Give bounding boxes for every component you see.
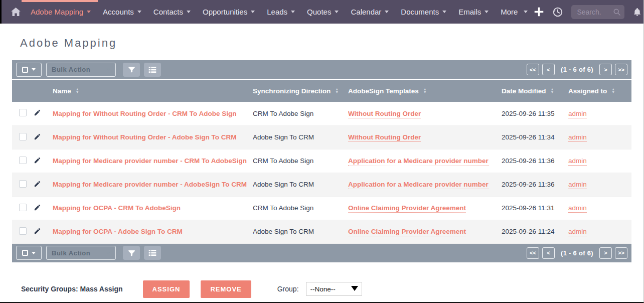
header-edit-spacer <box>34 80 53 102</box>
nav-item-quotes[interactable]: Quotes <box>301 0 345 24</box>
chevron-down-icon <box>106 68 110 71</box>
notifications-bell-icon[interactable] <box>632 7 642 17</box>
row-checkbox[interactable] <box>19 109 27 116</box>
assigned-to-link[interactable]: admin <box>568 181 587 189</box>
record-name-link[interactable]: Mapping for Without Routing Order - CRM … <box>53 110 237 117</box>
list-toolbar-top: Bulk Action << < (1 - 6 of 6) > >> <box>12 60 631 79</box>
record-name-link[interactable]: Mapping for Without Routing Order - Adob… <box>53 133 237 141</box>
date-modified-value: 2025-09-26 11:35 <box>502 110 555 117</box>
assigned-to-link[interactable]: admin <box>568 133 587 142</box>
template-link[interactable]: Application for a Medicare provider numb… <box>348 181 489 189</box>
edit-pencil-icon[interactable] <box>34 180 41 188</box>
direction-value: CRM To Adobe Sign <box>253 157 313 165</box>
select-all-dropdown[interactable] <box>16 63 42 77</box>
edit-pencil-icon[interactable] <box>34 109 41 116</box>
chevron-down-icon <box>335 11 339 13</box>
next-page-button[interactable]: > <box>599 247 612 259</box>
chevron-down-icon <box>32 252 36 254</box>
choose-columns-button[interactable] <box>144 246 161 260</box>
search-icon[interactable] <box>613 8 621 18</box>
column-header-assigned-to[interactable]: Assigned to▲▼ <box>568 80 631 102</box>
nav-item-accounts[interactable]: Accounts <box>97 0 147 24</box>
first-page-button[interactable]: << <box>527 247 539 259</box>
nav-item-more[interactable]: More <box>495 0 534 24</box>
nav-item-adobe-mapping[interactable]: Adobe Mapping <box>25 0 97 24</box>
sort-arrows-icon[interactable]: ▲▼ <box>551 88 554 94</box>
record-name-link[interactable]: Mapping for OCPA - Adobe Sign To CRM <box>53 228 183 235</box>
edit-pencil-icon[interactable] <box>34 157 41 164</box>
group-select[interactable]: --None-- <box>306 282 362 296</box>
template-link[interactable]: Application for a Medicare provider numb… <box>348 157 489 166</box>
bulk-action-dropdown[interactable]: Bulk Action <box>46 63 116 77</box>
nav-item-opportunities[interactable]: Opportunities <box>197 0 261 24</box>
first-page-button[interactable]: << <box>527 64 539 75</box>
assigned-to-link[interactable]: admin <box>568 157 587 166</box>
assigned-to-link[interactable]: admin <box>568 110 587 118</box>
quick-create-plus-icon[interactable] <box>534 7 544 17</box>
nav-item-emails[interactable]: Emails <box>452 0 495 24</box>
last-page-button[interactable]: >> <box>615 64 627 75</box>
template-link[interactable]: Without Routing Order <box>348 110 421 118</box>
column-header-date-modified[interactable]: Date Modified▲▼ <box>502 80 568 102</box>
template-link[interactable]: Without Routing Order <box>348 133 421 142</box>
assign-button[interactable]: ASSIGN <box>143 280 190 298</box>
date-modified-value: 2025-09-26 11:34 <box>502 133 555 141</box>
last-page-button[interactable]: >> <box>615 247 627 259</box>
nav-item-calendar[interactable]: Calendar <box>345 0 395 24</box>
table-header-row: Name▲▼ Synchronizing Direction▲▼ AdobeSi… <box>12 80 631 102</box>
template-link[interactable]: Online Claiming Provider Agreement <box>348 228 466 236</box>
remove-button[interactable]: REMOVE <box>201 280 251 298</box>
pagination-bottom: << < (1 - 6 of 6) > >> <box>527 247 627 259</box>
chevron-down-icon <box>291 11 295 13</box>
column-header-name[interactable]: Name▲▼ <box>53 80 253 102</box>
nav-item-documents[interactable]: Documents <box>395 0 452 24</box>
row-checkbox[interactable] <box>19 227 27 235</box>
direction-value: Adobe Sign To CRM <box>253 181 314 188</box>
chevron-down-icon <box>106 252 110 254</box>
sort-arrows-icon[interactable]: ▲▼ <box>611 88 615 94</box>
nav-item-leads[interactable]: Leads <box>261 0 301 24</box>
record-name-link[interactable]: Mapping for Medicare provider number - A… <box>53 181 247 188</box>
template-link[interactable]: Online Claiming Provider Agreement <box>348 204 466 213</box>
funnel-icon <box>128 66 135 73</box>
global-search <box>571 5 624 19</box>
record-name-link[interactable]: Mapping for Medicare provider number - C… <box>53 157 247 165</box>
sort-arrows-icon[interactable]: ▲▼ <box>76 88 79 94</box>
edit-pencil-icon[interactable] <box>34 133 41 140</box>
column-header-direction[interactable]: Synchronizing Direction▲▼ <box>253 80 348 102</box>
sort-arrows-icon[interactable]: ▲▼ <box>423 88 427 94</box>
prev-page-button[interactable]: < <box>542 64 555 75</box>
row-checkbox[interactable] <box>19 204 27 211</box>
home-icon[interactable] <box>11 8 21 16</box>
nav-item-label: Calendar <box>351 8 381 16</box>
column-header-templates[interactable]: AdobeSign Templates▲▼ <box>348 80 502 102</box>
app-window: Adobe Mapping Accounts Contacts Opportun… <box>0 0 644 303</box>
history-clock-icon[interactable] <box>552 7 563 18</box>
edit-pencil-icon[interactable] <box>34 204 41 211</box>
pagination-count: (1 - 6 of 6) <box>561 249 593 257</box>
edit-pencil-icon[interactable] <box>34 227 41 235</box>
checkbox-icon <box>22 250 28 256</box>
prev-page-button[interactable]: < <box>542 247 555 259</box>
funnel-icon <box>128 249 135 257</box>
record-name-link[interactable]: Mapping for OCPA - CRM To AdobeSign <box>53 204 181 212</box>
direction-value: Adobe Sign To CRM <box>253 133 314 141</box>
row-checkbox[interactable] <box>19 157 27 164</box>
next-page-button[interactable]: > <box>599 64 612 75</box>
nav-right-tools <box>534 5 644 19</box>
select-all-dropdown[interactable] <box>16 246 42 260</box>
assigned-to-link[interactable]: admin <box>568 204 587 213</box>
sort-arrows-icon[interactable]: ▲▼ <box>335 88 339 94</box>
bulk-action-dropdown[interactable]: Bulk Action <box>46 246 116 260</box>
nav-item-contacts[interactable]: Contacts <box>147 0 197 24</box>
choose-columns-button[interactable] <box>144 63 161 77</box>
row-checkbox[interactable] <box>19 180 27 188</box>
filter-button[interactable] <box>123 63 140 77</box>
assigned-to-link[interactable]: admin <box>568 228 587 236</box>
filter-button[interactable] <box>123 246 140 260</box>
chevron-down-icon <box>385 11 389 13</box>
row-checkbox[interactable] <box>19 133 27 140</box>
chevron-down-icon <box>442 11 446 13</box>
pagination-top: << < (1 - 6 of 6) > >> <box>527 64 627 75</box>
nav-item-label: Opportunities <box>203 8 247 16</box>
